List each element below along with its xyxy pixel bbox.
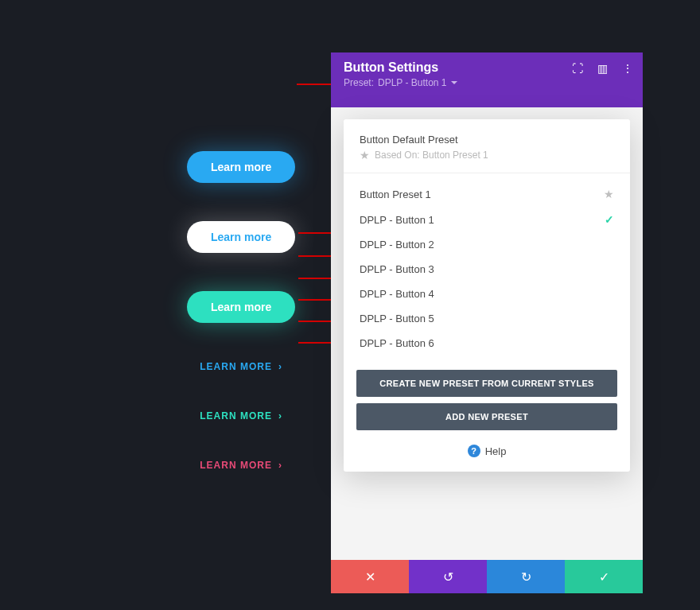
preset-value: DPLP - Button 1 [378,77,447,88]
preset-item-label: DPLP - Button 4 [360,288,434,300]
undo-button[interactable]: ↺ [409,560,487,593]
preset-item-label: DPLP - Button 3 [360,263,434,275]
based-on-label: Based On: Button Preset 1 [375,150,488,161]
help-label: Help [485,445,507,457]
default-preset-title: Button Default Preset [360,134,614,146]
dropdown-actions: CREATE NEW PRESET FROM CURRENT STYLES AD… [344,363,630,430]
create-preset-button[interactable]: CREATE NEW PRESET FROM CURRENT STYLES [356,370,617,397]
cancel-button[interactable]: ✕ [331,560,409,593]
preset-item[interactable]: DPLP - Button 1 ✓ [344,207,630,232]
redo-icon: ↻ [521,569,531,585]
preset-item[interactable]: DPLP - Button 3 [344,257,630,282]
save-button[interactable]: ✓ [565,560,643,593]
undo-icon: ↺ [443,569,453,585]
preview-button-2[interactable]: Learn more [187,221,295,253]
based-on-row: ★ Based On: Button Preset 1 [360,149,614,161]
preview-link-5[interactable]: LEARN MORE › [200,410,282,422]
link-label: LEARN MORE [200,361,272,372]
preset-item[interactable]: DPLP - Button 6 [344,331,630,356]
help-icon: ? [468,445,480,457]
preview-link-6[interactable]: LEARN MORE › [200,460,282,471]
preset-item-label: DPLP - Button 6 [360,337,434,349]
responsive-icon[interactable]: ▥ [597,62,608,75]
preset-dropdown: Button Default Preset ★ Based On: Button… [344,119,630,472]
preset-item[interactable]: DPLP - Button 2 [344,232,630,257]
panel-header: Button Settings Preset: DPLP - Button 1 … [331,52,643,107]
help-row[interactable]: ? Help [344,445,630,457]
add-preset-button[interactable]: ADD NEW PRESET [356,403,617,430]
preset-item-label: DPLP - Button 1 [360,214,434,226]
star-icon: ★ [360,149,370,161]
preview-column: Learn more Learn more Learn more LEARN M… [187,151,295,471]
preview-button-3[interactable]: Learn more [187,291,295,323]
preset-item[interactable]: Button Preset 1 ★ [344,181,630,207]
chevron-right-icon: › [278,460,282,471]
preset-selector[interactable]: Preset: DPLP - Button 1 [344,77,630,88]
redo-button[interactable]: ↻ [487,560,565,593]
caret-down-icon [451,81,457,84]
check-icon: ✓ [605,213,614,226]
preset-item-label: DPLP - Button 2 [360,239,434,251]
link-label: LEARN MORE [200,410,272,422]
chevron-right-icon: › [278,410,282,422]
preview-button-1[interactable]: Learn more [187,151,295,183]
close-icon: ✕ [365,569,375,585]
focus-icon[interactable]: ⛶ [572,62,583,75]
check-icon: ✓ [599,569,609,585]
panel-footer: ✕ ↺ ↻ ✓ [331,560,643,593]
preset-item[interactable]: DPLP - Button 4 [344,282,630,306]
preset-item-label: DPLP - Button 5 [360,313,434,324]
star-icon[interactable]: ★ [604,188,614,200]
preset-label: Preset: [344,77,374,88]
more-icon[interactable]: ⋮ [622,62,633,75]
preview-link-4[interactable]: LEARN MORE › [200,361,282,372]
preset-list: Button Preset 1 ★ DPLP - Button 1 ✓ DPLP… [344,173,630,363]
preset-item-label: Button Preset 1 [360,188,431,200]
chevron-right-icon: › [278,361,282,372]
default-preset-row[interactable]: Button Default Preset ★ Based On: Button… [344,119,630,173]
link-label: LEARN MORE [200,460,272,471]
header-icons: ⛶ ▥ ⋮ [572,62,633,75]
preset-item[interactable]: DPLP - Button 5 [344,306,630,331]
